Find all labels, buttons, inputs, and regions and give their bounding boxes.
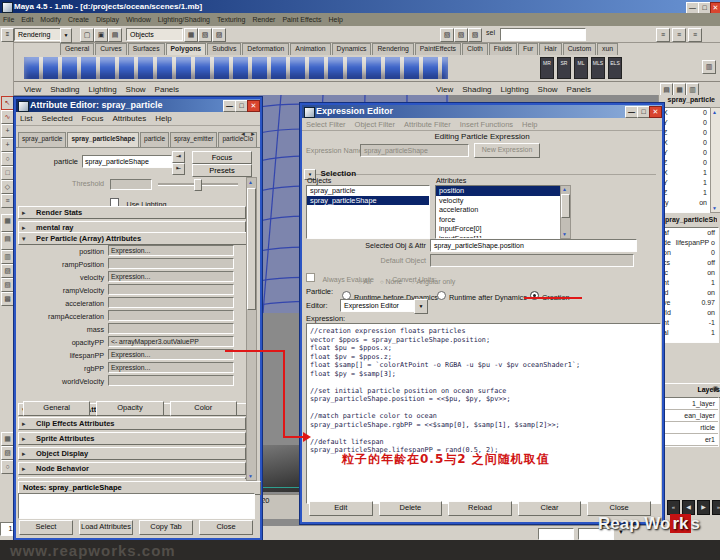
channelbox-scrollbar[interactable]: ▲ ▼ xyxy=(710,107,720,213)
shelf-tab[interactable]: General xyxy=(60,43,94,56)
panel-menu-item[interactable]: Show xyxy=(534,85,562,94)
shelf-tab[interactable]: Custom xyxy=(563,43,596,56)
objects-list[interactable]: spray_particlespray_particleShape xyxy=(306,185,430,239)
ae-node-tab[interactable]: spray_particleShape xyxy=(67,132,139,147)
ee-menu-item[interactable]: Select Filter xyxy=(302,120,350,129)
row-value[interactable]: Expression... xyxy=(108,271,234,282)
channelbox-transform-list[interactable]: X0Y0Z0X0Y0Z0X1Y1Z1tyon xyxy=(659,107,711,213)
new-scene-icon[interactable]: ▢ xyxy=(80,28,94,42)
ae-footer-button[interactable]: Close xyxy=(199,520,253,535)
mentalray-shelf-icon[interactable]: ELS xyxy=(608,57,622,79)
ae-node-tab[interactable]: spray_particle xyxy=(18,132,66,147)
panel-menu-item[interactable]: Lighting xyxy=(85,85,121,94)
section-header[interactable]: Object Display xyxy=(18,447,246,460)
row-value[interactable]: on xyxy=(707,288,715,298)
ae-node-tab[interactable]: spray_emitter xyxy=(170,132,217,147)
row-value[interactable] xyxy=(108,297,234,308)
creation-radio[interactable]: Creation xyxy=(530,286,570,304)
menu-item[interactable]: Texturing xyxy=(214,16,248,23)
show-list-icon[interactable]: ⇤ xyxy=(172,163,185,175)
ae-footer-button[interactable]: Select xyxy=(19,520,73,535)
ae-close-button[interactable]: ✕ xyxy=(247,100,260,112)
row-value[interactable]: 0 xyxy=(711,248,715,258)
panel-menu-item[interactable]: Panels xyxy=(563,85,595,94)
shelf-tab[interactable]: PaintEffects xyxy=(415,43,461,56)
ee-menu-item[interactable]: Attribute Filter xyxy=(400,120,455,129)
selection-mask-field[interactable]: Objects xyxy=(126,28,183,41)
ae-menu-item[interactable]: Selected xyxy=(37,114,76,123)
expression-code-area[interactable]: //creation expression floats particlesve… xyxy=(306,323,661,504)
ee-footer-button[interactable]: Reload xyxy=(448,501,512,516)
shelf-tab[interactable]: Rendering xyxy=(372,43,413,56)
section-header[interactable]: Extra Attributes xyxy=(18,477,246,479)
selection-section-bar[interactable]: ▾ Selection xyxy=(304,162,656,175)
row-value[interactable] xyxy=(108,375,234,386)
row-value[interactable]: 1 xyxy=(711,328,715,338)
expression-editor-title-bar[interactable]: Expression Editor — □ ✕ xyxy=(302,105,662,118)
row-value[interactable]: <- arrayMapper3.outValuePP xyxy=(108,336,234,347)
ee-menu-item[interactable]: Object Filter xyxy=(351,120,399,129)
open-scene-icon[interactable]: ▣ xyxy=(94,28,108,42)
mentalray-shelf-icon[interactable]: ML xyxy=(574,57,588,79)
add-dynamic-button[interactable]: General xyxy=(23,401,90,416)
attributes-scrollbar-thumb[interactable] xyxy=(561,194,570,218)
rewind-icon[interactable]: « xyxy=(667,500,680,515)
node-name-field[interactable]: spray_particleShape xyxy=(82,155,172,168)
panel-menu-item[interactable]: Panels xyxy=(151,85,183,94)
quick-select-input[interactable] xyxy=(500,28,586,41)
attribute-list-item[interactable]: inputForce[0] xyxy=(436,224,560,234)
scroll-down-icon[interactable]: ▼ xyxy=(247,472,254,480)
row-value[interactable]: 0 xyxy=(703,108,707,118)
row-value[interactable]: off xyxy=(707,228,715,238)
row-value[interactable]: 1 xyxy=(703,168,707,178)
row-value[interactable]: 0 xyxy=(703,118,707,128)
tab-left-icon[interactable]: ◄ xyxy=(240,131,246,137)
panel-menu-item[interactable]: Lighting xyxy=(497,85,533,94)
convert-units-radio[interactable]: None xyxy=(380,278,402,285)
ae-menu-item[interactable]: List xyxy=(16,114,36,123)
attribute-list-item[interactable]: velocity xyxy=(436,196,560,206)
always-evaluate-checkbox[interactable] xyxy=(306,273,315,282)
ae-menu-item[interactable]: Help xyxy=(151,114,175,123)
threshold-field[interactable] xyxy=(110,179,152,190)
shelf-tab[interactable]: Fur xyxy=(518,43,538,56)
row-value[interactable]: Expression... xyxy=(108,245,234,256)
add-dynamic-button[interactable]: Opacity xyxy=(96,401,163,416)
ee-menu-item[interactable]: Help xyxy=(518,120,541,129)
menu-item[interactable]: File xyxy=(0,16,17,23)
editor-combo-value[interactable]: Expression Editor xyxy=(340,299,417,312)
notes-textarea[interactable] xyxy=(18,493,255,519)
shelf-tab[interactable]: Curves xyxy=(95,43,127,56)
mentalray-shelf-icon[interactable]: SR xyxy=(557,57,571,79)
default-object-field[interactable] xyxy=(430,254,634,267)
attribute-editor-title-bar[interactable]: Attribute Editor: spray_particle — □ ✕ xyxy=(16,99,260,112)
ae-scrollbar-thumb[interactable] xyxy=(247,188,256,310)
show-both-icon[interactable]: ≡ xyxy=(688,28,702,42)
attributes-scrollbar[interactable]: ▲ ▼ xyxy=(560,185,571,239)
menu-set-dropdown-icon[interactable]: ▼ xyxy=(60,28,72,43)
menu-item[interactable]: Edit xyxy=(18,16,36,23)
layer-icon[interactable]: ◉ xyxy=(712,384,719,393)
render-slate-icon-1[interactable]: ▧ xyxy=(440,28,454,42)
object-list-item[interactable]: spray_particle xyxy=(307,186,429,196)
row-value[interactable]: 0 xyxy=(703,138,707,148)
menu-item[interactable]: Create xyxy=(65,16,92,23)
ae-footer-button[interactable]: Load Attributes xyxy=(79,520,133,535)
menu-item[interactable]: Window xyxy=(123,16,154,23)
ae-node-tab[interactable]: particle xyxy=(140,132,169,147)
runtime-after-radio[interactable]: Runtime after Dynamics xyxy=(437,286,527,304)
render-slate-icon-2[interactable]: ▧ xyxy=(454,28,468,42)
row-value[interactable] xyxy=(108,310,234,321)
layer-item[interactable]: rticle xyxy=(660,422,718,434)
row-value[interactable]: -1 xyxy=(709,318,715,328)
convert-units-radio[interactable]: All xyxy=(358,278,371,285)
menu-set-selector[interactable]: Rendering xyxy=(14,28,65,41)
row-value[interactable]: 0 xyxy=(703,128,707,138)
mentalray-shelf-icon[interactable]: MLS xyxy=(591,57,605,79)
layer-item[interactable]: 1_layer xyxy=(660,398,718,410)
menu-item[interactable]: Help xyxy=(326,16,346,23)
shelf-tab[interactable]: Cloth xyxy=(462,43,488,56)
tab-right-icon[interactable]: ► xyxy=(250,131,256,137)
save-scene-icon[interactable]: ▤ xyxy=(108,28,122,42)
panel-menu-item[interactable]: Shading xyxy=(46,85,83,94)
